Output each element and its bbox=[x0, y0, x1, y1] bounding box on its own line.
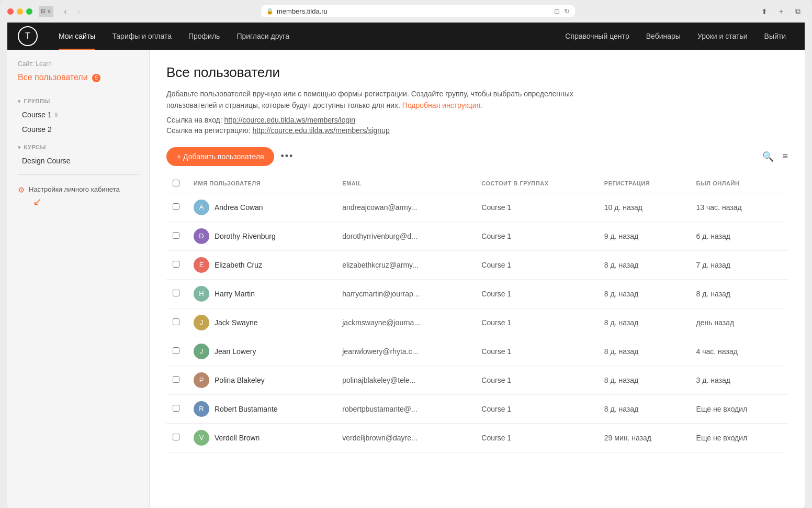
row-checkbox[interactable] bbox=[173, 405, 179, 412]
close-button[interactable] bbox=[7, 8, 14, 15]
reader-mode-icon[interactable]: ⊡ bbox=[554, 7, 560, 15]
user-online: Еще не входил bbox=[696, 434, 748, 442]
maximize-button[interactable] bbox=[26, 8, 32, 15]
nav-articles[interactable]: Уроки и статьи bbox=[689, 23, 756, 50]
table-row[interactable]: P Polina Blakeley polinajblakeley@tele..… bbox=[166, 366, 788, 394]
groups-section-header[interactable]: ▾ ГРУППЫ bbox=[7, 95, 149, 107]
nav-profile[interactable]: Профиль bbox=[180, 23, 228, 50]
user-groups: Course 1 bbox=[481, 203, 511, 212]
row-checkbox-cell bbox=[166, 423, 187, 452]
user-name: Harry Martin bbox=[215, 290, 255, 298]
row-online-cell: Еще не входил bbox=[690, 423, 788, 452]
row-checkbox[interactable] bbox=[173, 318, 179, 325]
table-row[interactable]: J Jean Lowery jeanwlowery@rhyta.c... Cou… bbox=[166, 337, 788, 366]
user-registered: 8 д. назад bbox=[604, 290, 638, 298]
tilda-logo[interactable]: T bbox=[18, 26, 38, 46]
user-name: Andrea Cowan bbox=[215, 203, 263, 212]
sidebar-settings[interactable]: ⚙ Настройки личного кабинета ↙ bbox=[7, 181, 149, 212]
forward-button[interactable]: › bbox=[73, 6, 85, 17]
tabs-button[interactable]: ⧉ bbox=[791, 6, 805, 17]
table-row[interactable]: A Andrea Cowan andreajcowan@army... Cour… bbox=[166, 193, 788, 222]
row-registered-cell: 8 д. назад bbox=[598, 366, 690, 394]
row-checkbox-cell bbox=[166, 279, 187, 308]
col-online: БЫЛ ОНЛАЙН bbox=[690, 174, 788, 193]
nav-webinars[interactable]: Вебинары bbox=[638, 23, 689, 50]
sidebar-item-design-course[interactable]: Design Course bbox=[7, 153, 149, 168]
nav-logout[interactable]: Выйти bbox=[756, 23, 794, 50]
user-email: harrycmartin@jourrap... bbox=[342, 290, 419, 298]
login-link-line: Ссылка на вход: http://cource.edu.tilda.… bbox=[166, 116, 788, 124]
row-checkbox[interactable] bbox=[173, 232, 179, 239]
search-button[interactable]: 🔍 bbox=[762, 151, 774, 162]
table-row[interactable]: J Jack Swayne jackmswayne@journa... Cour… bbox=[166, 308, 788, 337]
login-url[interactable]: http://cource.edu.tilda.ws/members/login bbox=[224, 116, 356, 124]
new-tab-button[interactable]: ＋ bbox=[774, 6, 788, 17]
row-checkbox[interactable] bbox=[173, 261, 179, 268]
all-users-badge: 9 bbox=[92, 74, 100, 82]
row-checkbox[interactable] bbox=[173, 290, 179, 296]
user-email: elizabethkcruz@army... bbox=[342, 261, 418, 269]
row-groups-cell: Course 1 bbox=[475, 308, 597, 337]
row-email-cell: andreajcowan@army... bbox=[336, 193, 475, 222]
row-email-cell: polinajblakeley@tele... bbox=[336, 366, 475, 394]
nav-help[interactable]: Справочный центр bbox=[557, 23, 637, 50]
user-avatar: J bbox=[194, 315, 209, 330]
sidebar-item-course2[interactable]: Course 2 bbox=[7, 122, 149, 137]
select-all-checkbox[interactable] bbox=[173, 180, 179, 186]
browser-controls: ⊟ ∨ bbox=[39, 6, 53, 17]
back-button[interactable]: ‹ bbox=[60, 6, 71, 17]
table-row[interactable]: H Harry Martin harrycmartin@jourrap... C… bbox=[166, 279, 788, 308]
row-email-cell: verdelljbrown@dayre... bbox=[336, 423, 475, 452]
user-registered: 29 мин. назад bbox=[604, 434, 651, 442]
user-email: jeanwlowery@rhyta.c... bbox=[342, 347, 418, 356]
user-online: 7 д. назад bbox=[696, 261, 730, 269]
row-online-cell: 7 д. назад bbox=[690, 250, 788, 279]
page-description: Добавьте пользователей вручную или с пом… bbox=[166, 88, 606, 112]
table-row[interactable]: V Verdell Brown verdelljbrown@dayre... C… bbox=[166, 423, 788, 452]
sidebar-item-course1[interactable]: Course 18 bbox=[7, 107, 149, 122]
minimize-button[interactable] bbox=[17, 8, 23, 15]
nav-invite[interactable]: Пригласи друга bbox=[228, 23, 298, 50]
user-name: Jack Swayne bbox=[215, 318, 257, 327]
reload-icon[interactable]: ↻ bbox=[564, 7, 570, 15]
user-online: 6 д. назад bbox=[696, 232, 730, 240]
nav-pricing[interactable]: Тарифы и оплата bbox=[104, 23, 180, 50]
signup-url[interactable]: http://cource.edu.tilda.ws/members/signu… bbox=[252, 126, 389, 135]
row-checkbox[interactable] bbox=[173, 203, 179, 210]
table-row[interactable]: E Elizabeth Cruz elizabethkcruz@army... … bbox=[166, 250, 788, 279]
row-checkbox[interactable] bbox=[173, 376, 179, 383]
row-groups-cell: Course 1 bbox=[475, 337, 597, 366]
traffic-lights bbox=[7, 8, 32, 15]
row-email-cell: jackmswayne@journa... bbox=[336, 308, 475, 337]
row-checkbox-cell bbox=[166, 308, 187, 337]
sidebar-all-users[interactable]: Все пользователи 9 bbox=[7, 71, 149, 91]
courses-section-header[interactable]: ▾ КУРСЫ bbox=[7, 141, 149, 153]
row-groups-cell: Course 1 bbox=[475, 279, 597, 308]
share-button[interactable]: ⬆ bbox=[758, 6, 771, 17]
view-toggle-button[interactable]: ⊟ ∨ bbox=[39, 6, 53, 17]
filter-button[interactable]: ≡ bbox=[782, 151, 788, 162]
row-email-cell: dorothyrrivenburg@d... bbox=[336, 222, 475, 250]
user-groups: Course 1 bbox=[481, 261, 511, 269]
signup-link-line: Ссылка на регистрацию: http://cource.edu… bbox=[166, 126, 788, 135]
row-checkbox[interactable] bbox=[173, 347, 179, 354]
nav-my-sites[interactable]: Мои сайты bbox=[50, 23, 104, 50]
table-row[interactable]: R Robert Bustamante robertpbustamante@..… bbox=[166, 394, 788, 423]
detail-link[interactable]: Подробная инструкция. bbox=[402, 101, 482, 109]
user-email: verdelljbrown@dayre... bbox=[342, 434, 417, 442]
user-registered: 9 д. назад bbox=[604, 232, 638, 240]
user-name: Dorothy Rivenburg bbox=[215, 232, 276, 240]
table-row[interactable]: D Dorothy Rivenburg dorothyrrivenburg@d.… bbox=[166, 222, 788, 250]
user-name: Jean Lowery bbox=[215, 347, 256, 356]
user-email: polinajblakeley@tele... bbox=[342, 376, 415, 384]
address-bar[interactable]: 🔒 members.tilda.ru ⊡ ↻ bbox=[261, 5, 575, 17]
col-groups: СОСТОИТ В ГРУППАХ bbox=[475, 174, 597, 193]
row-online-cell: 4 час. назад bbox=[690, 337, 788, 366]
more-options-button[interactable]: ••• bbox=[280, 151, 294, 162]
row-checkbox[interactable] bbox=[173, 434, 179, 440]
user-name: Polina Blakeley bbox=[215, 376, 265, 384]
user-groups: Course 1 bbox=[481, 232, 511, 240]
add-user-button[interactable]: + Добавить пользователя bbox=[166, 147, 274, 166]
toolbar-right: 🔍 ≡ bbox=[762, 151, 788, 162]
row-online-cell: Еще не входил bbox=[690, 394, 788, 423]
